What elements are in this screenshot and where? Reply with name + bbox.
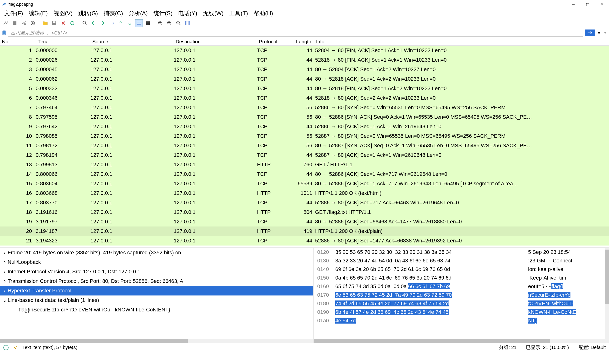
menu-file[interactable]: 文件(F) xyxy=(4,10,23,17)
stop-capture-icon[interactable] xyxy=(11,19,19,27)
packet-row[interactable]: 50.000332127.0.0.1127.0.0.1TCP4480 → 528… xyxy=(0,84,609,93)
packet-row[interactable]: 60.000346127.0.0.1127.0.0.1TCP4452818 → … xyxy=(0,93,609,103)
apply-filter-button[interactable] xyxy=(585,29,595,36)
menu-tools[interactable]: 工具(T) xyxy=(229,10,248,17)
col-header-length[interactable]: Length xyxy=(290,39,314,44)
hex-row[interactable]: 01a04e 54 7dNT} xyxy=(314,316,609,325)
tree-line-data[interactable]: ⌄Line-based text data: text/plain (1 lin… xyxy=(0,296,313,305)
hex-row[interactable]: 01906b 4e 4f 57 4e 2d 66 69 4c 65 2d 43 … xyxy=(314,308,609,316)
expand-icon[interactable]: › xyxy=(2,249,8,256)
packet-row[interactable]: 150.803604127.0.0.1127.0.0.1TCP6553980 →… xyxy=(0,179,609,188)
start-capture-icon[interactable] xyxy=(2,19,10,27)
packet-list[interactable]: No. Time Source Destination Protocol Len… xyxy=(0,38,609,247)
maximize-button[interactable]: ▢ xyxy=(583,1,592,8)
packet-row[interactable]: 110.798172127.0.0.1127.0.0.1TCP5680 → 52… xyxy=(0,141,609,150)
save-file-icon[interactable] xyxy=(51,19,58,27)
open-file-icon[interactable] xyxy=(41,19,49,27)
go-first-icon[interactable] xyxy=(117,19,125,27)
tree-flag-content[interactable]: flag{inSecurE-zIp-crYptO-eVEN-withOuT-kN… xyxy=(0,305,313,314)
col-header-destination[interactable]: Destination xyxy=(174,39,257,44)
minimize-button[interactable]: ─ xyxy=(569,1,578,8)
filter-history-dropdown[interactable]: ▾ xyxy=(597,29,601,36)
packet-row[interactable]: 100.798085127.0.0.1127.0.0.1TCP5652887 →… xyxy=(0,131,609,141)
expand-icon[interactable]: › xyxy=(2,278,8,284)
packet-row[interactable]: 203.194187127.0.0.1127.0.0.1HTTP419HTTP/… xyxy=(0,226,609,236)
packet-row[interactable]: 40.000062127.0.0.1127.0.0.1TCP4480 → 528… xyxy=(0,74,609,84)
add-filter-button[interactable]: + xyxy=(603,29,608,36)
status-profile[interactable]: 配置: Default xyxy=(579,344,606,351)
auto-scroll-icon[interactable] xyxy=(135,19,143,27)
packet-list-header[interactable]: No. Time Source Destination Protocol Len… xyxy=(0,38,609,46)
go-to-packet-icon[interactable] xyxy=(108,19,116,27)
expand-icon[interactable]: › xyxy=(2,288,8,294)
expert-info-icon[interactable] xyxy=(3,345,9,350)
resize-columns-icon[interactable] xyxy=(184,19,191,27)
go-back-icon[interactable] xyxy=(90,19,98,27)
capture-file-properties-icon[interactable] xyxy=(13,345,18,350)
hex-row[interactable]: 01303a 32 33 20 47 4d 54 0d 0a 43 6f 6e … xyxy=(314,257,609,265)
col-header-info[interactable]: Info xyxy=(314,39,609,44)
capture-options-icon[interactable] xyxy=(29,19,37,27)
collapse-icon[interactable]: ⌄ xyxy=(2,297,8,303)
hex-row[interactable]: 014069 6f 6e 3a 20 6b 65 65 70 2d 61 6c … xyxy=(314,265,609,273)
packet-row[interactable]: 120.798194127.0.0.1127.0.0.1TCP4452887 →… xyxy=(0,150,609,160)
hex-row[interactable]: 018074 4f 2d 65 56 45 4e 2d 77 69 74 68 … xyxy=(314,299,609,308)
tree-http[interactable]: ›Hypertext Transfer Protocol xyxy=(0,286,313,296)
menu-capture[interactable]: 捕获(C) xyxy=(104,10,123,17)
packet-row[interactable]: 20.000026127.0.0.1127.0.0.1TCP4452818 → … xyxy=(0,55,609,65)
hex-hscrollbar[interactable] xyxy=(314,339,609,343)
zoom-reset-icon[interactable]: 1 xyxy=(175,19,182,27)
zoom-in-icon[interactable] xyxy=(157,19,164,27)
menu-telephony[interactable]: 电话(Y) xyxy=(178,10,197,17)
go-last-icon[interactable] xyxy=(126,19,134,27)
packet-row[interactable]: 160.803668127.0.0.1127.0.0.1HTTP1011HTTP… xyxy=(0,188,609,198)
colorize-icon[interactable] xyxy=(144,19,152,27)
tree-ip[interactable]: ›Internet Protocol Version 4, Src: 127.0… xyxy=(0,267,313,276)
col-header-protocol[interactable]: Protocol xyxy=(257,39,290,44)
packet-row[interactable]: 193.191797127.0.0.1127.0.0.1TCP4480 → 52… xyxy=(0,217,609,226)
packet-row[interactable]: 70.797464127.0.0.1127.0.0.1TCP5652886 → … xyxy=(0,103,609,112)
close-button[interactable]: ✕ xyxy=(597,1,607,8)
hex-row[interactable]: 012035 20 53 65 70 20 32 30 32 33 20 31 … xyxy=(314,248,609,257)
menu-edit[interactable]: 编辑(E) xyxy=(29,10,48,17)
restart-capture-icon[interactable] xyxy=(20,19,28,27)
hex-row[interactable]: 016065 6f 75 74 3d 35 0d 0a 0d 0a 66 6c … xyxy=(314,282,609,291)
col-header-source[interactable]: Source xyxy=(91,39,174,44)
packet-row[interactable]: 183.191616127.0.0.1127.0.0.1HTTP804GET /… xyxy=(0,208,609,217)
col-header-time[interactable]: Time xyxy=(36,39,91,44)
packet-row[interactable]: 10.000000127.0.0.1127.0.0.1TCP4452804 → … xyxy=(0,46,609,55)
tree-frame[interactable]: ›Frame 20: 419 bytes on wire (3352 bits)… xyxy=(0,248,313,257)
display-filter-input[interactable]: 应用显示过滤器 … <Ctrl-/> xyxy=(8,29,583,37)
zoom-out-icon[interactable] xyxy=(166,19,173,27)
expand-icon[interactable]: › xyxy=(2,269,8,275)
expand-icon[interactable]: › xyxy=(2,259,8,265)
packet-row[interactable]: 213.194323127.0.0.1127.0.0.1TCP4452886 →… xyxy=(0,236,609,246)
hex-row[interactable]: 01500a 4b 65 65 70 2d 41 6c 69 76 65 3a … xyxy=(314,273,609,282)
packet-row[interactable]: 130.799813127.0.0.1127.0.0.1HTTP760GET /… xyxy=(0,160,609,169)
filter-bookmark-icon[interactable] xyxy=(1,29,7,37)
packet-row[interactable]: 80.797595127.0.0.1127.0.0.1TCP5680 → 528… xyxy=(0,112,609,122)
close-file-icon[interactable] xyxy=(59,19,67,27)
hex-row[interactable]: 01706e 53 65 63 75 72 45 2d 7a 49 70 2d … xyxy=(314,291,609,299)
reload-icon[interactable] xyxy=(68,19,76,27)
menu-help[interactable]: 帮助(H) xyxy=(254,10,273,17)
find-icon[interactable] xyxy=(81,19,89,27)
wireshark-icon xyxy=(2,2,7,6)
menu-analyze[interactable]: 分析(A) xyxy=(129,10,148,17)
packet-bytes-pane[interactable]: 012035 20 53 65 70 20 32 30 32 33 20 31 … xyxy=(314,248,609,343)
menu-statistics[interactable]: 统计(S) xyxy=(154,10,172,17)
col-header-no[interactable]: No. xyxy=(0,39,36,44)
menu-go[interactable]: 跳转(G) xyxy=(78,10,98,17)
tree-hscrollbar[interactable] xyxy=(0,339,313,343)
packet-row[interactable]: 90.797642127.0.0.1127.0.0.1TCP4452886 → … xyxy=(0,122,609,131)
packet-row[interactable]: 170.803770127.0.0.1127.0.0.1TCP4452886 →… xyxy=(0,198,609,208)
go-forward-icon[interactable] xyxy=(99,19,107,27)
packet-row[interactable]: 140.800066127.0.0.1127.0.0.1TCP4480 → 52… xyxy=(0,169,609,179)
menu-view[interactable]: 视图(V) xyxy=(53,10,73,17)
packet-row[interactable]: 30.000045127.0.0.1127.0.0.1TCP4480 → 528… xyxy=(0,65,609,74)
packet-details-pane[interactable]: ›Frame 20: 419 bytes on wire (3352 bits)… xyxy=(0,248,314,343)
menu-wireless[interactable]: 无线(W) xyxy=(203,10,224,17)
hex-vscrollbar[interactable] xyxy=(605,248,609,339)
tree-tcp[interactable]: ›Transmission Control Protocol, Src Port… xyxy=(0,276,313,286)
tree-null-loopback[interactable]: ›Null/Loopback xyxy=(0,257,313,267)
